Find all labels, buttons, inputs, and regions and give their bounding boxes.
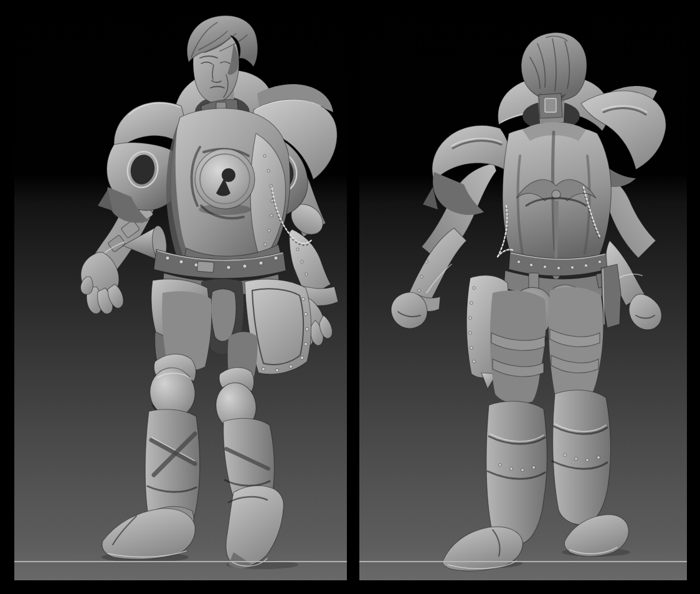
right-boot (226, 486, 283, 568)
panel-divider (347, 0, 359, 594)
sculpt-app-screen (0, 0, 700, 594)
head-back (521, 32, 587, 101)
viewport-panel-front[interactable] (14, 0, 347, 580)
floor-grid-line (14, 561, 347, 562)
character-sculpt-back-view (359, 0, 687, 580)
floor-grid-line (359, 561, 687, 562)
bottom-frame-border (0, 580, 700, 594)
viewport-panel-back[interactable] (359, 0, 687, 580)
left-boot (102, 507, 195, 560)
collar-back-strap (539, 93, 562, 118)
character-sculpt-front-view (14, 0, 347, 580)
left-pauldron-back (423, 125, 511, 215)
